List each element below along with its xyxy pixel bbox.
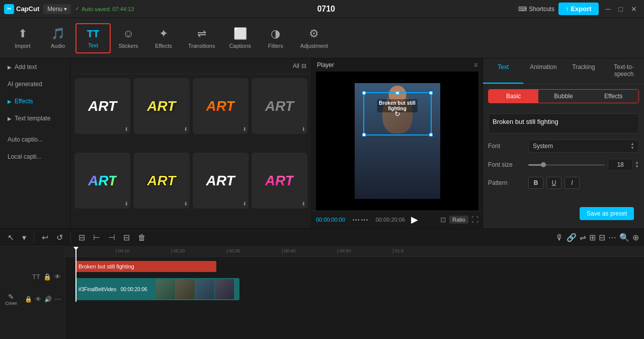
preset-item-white[interactable]: ART ⬇	[74, 78, 130, 134]
tab-tts[interactable]: Text-to-speech	[604, 58, 644, 84]
sidebar-item-auto-caption[interactable]: Auto captio...	[0, 131, 70, 148]
text-track-lock-icon[interactable]: 🔒	[43, 273, 51, 281]
download-icon-2[interactable]: ⬇	[184, 126, 188, 132]
video-clip[interactable]: #3FinalBeltVideo 00:00:20:06	[75, 278, 239, 300]
preset-item-plain[interactable]: ART ⬇	[193, 153, 249, 209]
font-spinner[interactable]: ▲ ▼	[630, 142, 634, 150]
text-track-eye-icon[interactable]: 👁	[54, 273, 61, 281]
text-clip[interactable]: Broken but still fighting	[75, 261, 216, 272]
download-icon-6[interactable]: ⬇	[184, 201, 188, 207]
export-button[interactable]: ↑ Export	[558, 3, 599, 15]
redo-button[interactable]: ↺	[54, 232, 65, 243]
preset-item-yellow[interactable]: ART ⬇	[133, 78, 189, 134]
preset-item-outline[interactable]: ART ⬇	[133, 153, 189, 209]
preset-item-rainbow[interactable]: ART ⬇	[74, 153, 130, 209]
sub-tab-bubble[interactable]: Bubble	[538, 90, 588, 103]
tab-tracking[interactable]: Tracking	[564, 58, 604, 84]
app-name: CapCut	[16, 5, 39, 13]
track-remove-button[interactable]: ⊟	[599, 233, 605, 242]
tab-text[interactable]: TT Text	[75, 23, 111, 53]
video-track-eye-icon[interactable]: 👁	[35, 296, 41, 303]
timeline-content: TT 🔒 👁 ✎ Cover 🔒 👁 🔊 ⋯	[0, 247, 644, 339]
maximize-button[interactable]: □	[616, 4, 626, 14]
cover-button[interactable]: ✎ Cover	[5, 293, 17, 306]
tab-import[interactable]: ⬆ Import	[5, 23, 40, 53]
video-track-lock-icon[interactable]: 🔒	[25, 296, 32, 303]
preset-item-pink[interactable]: ART ⬇	[252, 153, 307, 209]
preset-item-orange[interactable]: ART ⬇	[193, 78, 249, 134]
sidebar-item-effects-label: Effects	[15, 98, 33, 105]
time-total: 00:00:20:06	[376, 217, 405, 223]
text-overlay-line1: Broken but still	[379, 100, 416, 106]
download-icon-1[interactable]: ⬇	[124, 126, 128, 132]
save-preset-container: Save as preset	[483, 199, 644, 228]
magnifier-button[interactable]: 🔍	[619, 233, 629, 242]
preset-item-dark[interactable]: ART ⬇	[252, 78, 307, 134]
tab-adjustment[interactable]: ⚙ Adjustment	[293, 23, 335, 53]
font-down-button[interactable]: ▼	[630, 146, 634, 150]
ratio-button[interactable]: Ratio	[449, 216, 468, 224]
video-track-more-icon[interactable]: ⋯	[55, 296, 61, 303]
font-value-display[interactable]: System ▲ ▼	[528, 140, 639, 153]
snap-button[interactable]: ⋯	[608, 233, 616, 242]
close-button[interactable]: ✕	[628, 4, 640, 14]
font-size-slider[interactable]	[528, 164, 605, 166]
sub-tab-basic[interactable]: Basic	[489, 90, 538, 103]
minimize-button[interactable]: ─	[603, 4, 614, 14]
text-value-display[interactable]: Broken but still fighting	[488, 113, 639, 133]
align-center-button[interactable]: ⊟	[121, 232, 132, 243]
bold-button[interactable]: B	[528, 177, 543, 189]
link-button[interactable]: 🔗	[567, 233, 577, 242]
tab-effects[interactable]: ✦ Effects	[146, 23, 181, 53]
mic-button[interactable]: 🎙	[555, 233, 564, 242]
tab-captions[interactable]: ⬜ Captions	[222, 23, 258, 53]
cursor-dropdown[interactable]: ▾	[20, 232, 29, 243]
save-preset-button[interactable]: Save as preset	[580, 207, 634, 220]
font-size-down-button[interactable]: ▼	[635, 165, 639, 169]
menu-button[interactable]: Menu ▾	[43, 4, 71, 14]
track-add-button[interactable]: ⊞	[589, 233, 596, 242]
tab-stickers[interactable]: ☺ Stickers	[111, 23, 146, 53]
download-icon-7[interactable]: ⬇	[243, 201, 247, 207]
cover-label: Cover	[5, 301, 17, 306]
download-icon-3[interactable]: ⬇	[243, 126, 247, 132]
download-icon-4[interactable]: ⬇	[301, 126, 305, 132]
timeline-grid-icon[interactable]	[353, 219, 368, 221]
font-size-box[interactable]: 18	[608, 159, 633, 171]
zoom-in-button[interactable]: ⊕	[632, 233, 639, 242]
fullscreen-button[interactable]: ⛶	[471, 216, 478, 224]
filter-all-button[interactable]: All ⊟	[293, 62, 306, 70]
delete-button[interactable]: 🗑	[135, 232, 148, 243]
split-track-button[interactable]: ⇌	[580, 233, 586, 242]
align-right-button[interactable]: ⊣	[106, 232, 118, 243]
sidebar-item-effects[interactable]: ▶ Effects	[0, 93, 70, 110]
align-left-button[interactable]: ⊢	[91, 232, 103, 243]
tool-tab-bar: ⬆ Import 🎵 Audio TT Text ☺ Stickers ✦ Ef…	[0, 18, 644, 58]
sidebar-item-ai-generated[interactable]: AI generated	[0, 76, 70, 93]
underline-button[interactable]: U	[546, 177, 561, 189]
sidebar-item-text-template[interactable]: ▶ Text template	[0, 110, 70, 127]
tab-filters[interactable]: ◑ Filters	[258, 23, 293, 53]
tab-audio[interactable]: 🎵 Audio	[40, 23, 75, 53]
sidebar-item-local-caption[interactable]: Local capti...	[0, 148, 70, 165]
tab-transitions[interactable]: ⇌ Transitions	[181, 23, 222, 53]
tab-animation[interactable]: Animation	[523, 58, 564, 84]
player-menu-icon[interactable]: ≡	[474, 61, 477, 69]
cursor-tool-button[interactable]: ↖	[5, 232, 17, 243]
grid-dot-5	[364, 219, 365, 221]
shortcuts-button[interactable]: ⌨ Shortcuts	[518, 6, 554, 13]
tab-text-props[interactable]: Text	[483, 58, 523, 84]
player-right-controls: ⊡ Ratio ⛶	[440, 216, 478, 224]
download-icon-5[interactable]: ⬇	[124, 201, 128, 207]
undo-button[interactable]: ↩	[39, 232, 51, 243]
preset-text-yellow: ART	[147, 98, 176, 114]
font-size-spinner[interactable]: ▲ ▼	[635, 161, 639, 169]
crop-button[interactable]: ⊡	[440, 216, 446, 224]
sub-tab-effects[interactable]: Effects	[589, 90, 638, 103]
split-button[interactable]: ⊟	[76, 232, 88, 243]
download-icon-8[interactable]: ⬇	[301, 201, 305, 207]
sidebar-item-add-text[interactable]: ▶ Add text	[0, 58, 70, 76]
play-button[interactable]: ▶	[408, 214, 421, 225]
video-track-audio-icon[interactable]: 🔊	[44, 296, 52, 303]
italic-button[interactable]: I	[565, 177, 580, 189]
